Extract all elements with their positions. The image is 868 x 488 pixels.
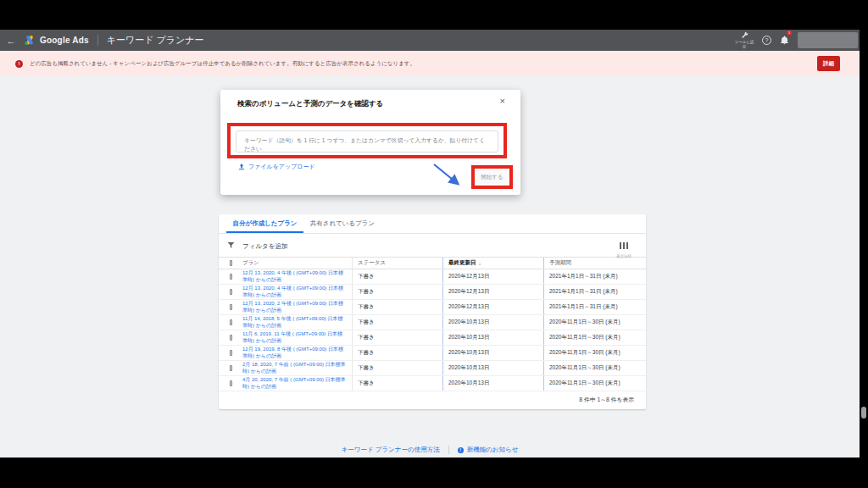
header-status[interactable]: ステータス [352, 258, 442, 269]
add-filter-label[interactable]: フィルタを追加 [242, 242, 287, 251]
error-circle-icon: ! [15, 60, 23, 68]
banner-text: どの広告も掲載されていません - キャンペーンおよび広告グループは停止中であるか… [30, 60, 415, 68]
tab-shared-plans[interactable]: 共有されているプラン [303, 214, 381, 233]
letterbox-frame: ← Google Ads キーワード プランナー ツールと設定 ? [0, 0, 868, 488]
news-link-label: 新機能のお知らせ [467, 446, 519, 454]
plan-link[interactable]: 12月 19, 2019, 8 午後 ( (GMT+09:00) 日本標準時) … [237, 346, 352, 360]
scrollbar-thumb[interactable] [861, 407, 866, 419]
row-checkbox[interactable] [219, 285, 237, 299]
details-button[interactable]: 詳細 [817, 56, 840, 71]
keywords-placeholder: キーワード（語句）を 1 行に 1 つずつ、またはカンマで区切って入力するか、貼… [236, 131, 498, 158]
topbar-divider [97, 35, 98, 46]
plan-updated: 2020年10月13日 [442, 330, 543, 345]
plan-link[interactable]: 4月 20, 2020, 7 午前 ( (GMT+09:00) 日本標準時) か… [237, 376, 352, 391]
plan-status: 下書き [352, 285, 442, 299]
plan-updated: 2020年10月13日 [442, 361, 543, 375]
active-tab-underline [226, 231, 303, 234]
start-button[interactable]: 開始する [475, 169, 509, 186]
help-link[interactable]: キーワード プランナーの使用方法 [342, 446, 440, 454]
sort-desc-icon: ↓ [479, 261, 481, 266]
filter-icon [227, 241, 235, 249]
columns-button[interactable]: 表示項目 [606, 237, 642, 258]
plan-updated: 2020年10月13日 [442, 315, 543, 330]
row-checkbox[interactable] [219, 300, 237, 314]
plan-period: 2021年1月1日～31日 (来月) [543, 300, 646, 314]
table-body: 12月 13, 2020, 4 午後 ( (GMT+09:00) 日本標準時) … [219, 269, 646, 391]
notification-badge: 1 [787, 30, 792, 36]
table-row: 12月 13, 2020, 2 午後 ( (GMT+09:00) 日本標準時) … [219, 300, 646, 315]
footer-links: キーワード プランナーの使用方法 ! 新機能のお知らせ [0, 444, 860, 456]
plan-link[interactable]: 2月 18, 2020, 7 午前 ( (GMT+09:00) 日本標準時) か… [237, 361, 352, 375]
row-checkbox[interactable] [219, 315, 237, 330]
plan-link[interactable]: 12月 13, 2020, 4 午後 ( (GMT+09:00) 日本標準時) … [237, 269, 352, 284]
app-screen: ← Google Ads キーワード プランナー ツールと設定 ? [0, 30, 860, 458]
row-checkbox[interactable] [219, 361, 237, 375]
plan-status: 下書き [352, 300, 442, 314]
plan-updated: 2020年12月13日 [442, 269, 543, 284]
table-row: 12月 19, 2019, 8 午後 ( (GMT+09:00) 日本標準時) … [219, 346, 646, 361]
header-checkbox[interactable] [219, 258, 237, 269]
plans-tabs: 自分が作成したプラン 共有されているプラン [219, 214, 646, 234]
account-info-redacted[interactable] [798, 32, 858, 48]
plan-period: 2021年1月1日～31日 (来月) [543, 285, 646, 299]
table-row: 12月 13, 2020, 4 午後 ( (GMT+09:00) 日本標準時) … [219, 269, 646, 285]
header-period[interactable]: 予測期間 [543, 258, 646, 269]
plan-link[interactable]: 12月 13, 2020, 2 午後 ( (GMT+09:00) 日本標準時) … [237, 300, 352, 314]
modal-title: 検索のボリュームと予測のデータを確認する [237, 99, 383, 109]
plan-status: 下書き [352, 361, 442, 375]
google-ads-logo-icon [24, 35, 36, 46]
annotation-box-keywords-input: キーワード（語句）を 1 行に 1 つずつ、またはカンマで区切って入力するか、貼… [227, 123, 507, 158]
row-checkbox[interactable] [219, 376, 237, 391]
plan-link[interactable]: 12月 13, 2020, 4 午後 ( (GMT+09:00) 日本標準時) … [237, 285, 352, 299]
plans-card: 自分が作成したプラン 共有されているプラン フィルタを追加 表示項目 プラン ス… [219, 214, 646, 409]
row-checkbox[interactable] [219, 346, 237, 360]
news-link[interactable]: ! 新機能のお知らせ [458, 446, 519, 454]
plan-link[interactable]: 11月 14, 2018, 5 午後 ( (GMT+09:00) 日本標準時) … [237, 315, 352, 330]
plan-period: 2020年11月1日～30日 (来月) [543, 330, 646, 345]
header-plan[interactable]: プラン [237, 258, 352, 269]
plan-period: 2020年11月1日～30日 (来月) [543, 346, 646, 360]
plan-period: 2020年11月1日～30日 (来月) [543, 376, 646, 391]
notifications-button[interactable]: 1 [780, 33, 789, 48]
row-checkbox[interactable] [219, 269, 237, 284]
upload-file-label: ファイルをアップロード [248, 163, 315, 171]
new-features-icon: ! [458, 447, 464, 453]
table-header: プラン ステータス 最終更新日 ↓ 予測期間 [219, 257, 646, 269]
plan-status: 下書き [352, 376, 442, 391]
upload-file-link[interactable]: ファイルをアップロード [238, 163, 315, 171]
table-row: 11月 14, 2018, 5 午後 ( (GMT+09:00) 日本標準時) … [219, 315, 646, 330]
plan-link[interactable]: 11月 6, 2019, 11 午後 ( (GMT+09:00) 日本標準時) … [237, 330, 352, 345]
annotation-box-start-button: 開始する [471, 165, 513, 189]
tools-settings-button[interactable]: ツールと設定 [732, 31, 757, 48]
plan-updated: 2020年12月13日 [442, 300, 543, 314]
plan-status: 下書き [352, 330, 442, 345]
table-row: 4月 20, 2020, 7 午前 ( (GMT+09:00) 日本標準時) か… [219, 376, 646, 391]
help-icon[interactable]: ? [762, 36, 771, 45]
columns-icon [620, 242, 628, 249]
table-row: 2月 18, 2020, 7 午前 ( (GMT+09:00) 日本標準時) か… [219, 361, 646, 376]
plan-status: 下書き [352, 269, 442, 284]
row-checkbox[interactable] [219, 330, 237, 345]
top-app-bar: ← Google Ads キーワード プランナー ツールと設定 ? [0, 30, 860, 51]
filter-row: フィルタを追加 表示項目 [219, 234, 646, 257]
keywords-input[interactable]: キーワード（語句）を 1 行に 1 つずつ、またはカンマで区切って入力するか、貼… [236, 130, 498, 152]
policy-warning-banner: ! どの広告も掲載されていません - キャンペーンおよび広告グループは停止中であ… [0, 51, 860, 76]
page-title: キーワード プランナー [107, 34, 204, 47]
brand-name: Google Ads [40, 36, 89, 45]
tools-settings-label: ツールと設定 [734, 40, 754, 48]
back-arrow-icon[interactable]: ← [0, 36, 22, 46]
plan-period: 2020年11月1日～30日 (来月) [543, 315, 646, 330]
upload-icon [238, 164, 245, 170]
plan-status: 下書き [352, 346, 442, 360]
table-row: 11月 6, 2019, 11 午後 ( (GMT+09:00) 日本標準時) … [219, 330, 646, 346]
keywords-modal: 検索のボリュームと予測のデータを確認する × キーワード（語句）を 1 行に 1… [220, 90, 520, 195]
header-updated-sorted[interactable]: 最終更新日 ↓ [442, 258, 543, 269]
wrench-icon [741, 31, 748, 39]
plan-updated: 2020年10月13日 [442, 346, 543, 360]
header-updated-label: 最終更新日 [448, 259, 476, 267]
footer-links-divider [448, 446, 449, 454]
columns-label: 表示項目 [606, 254, 642, 258]
plan-updated: 2020年12月13日 [442, 285, 543, 299]
table-row: 12月 13, 2020, 4 午後 ( (GMT+09:00) 日本標準時) … [219, 285, 646, 300]
close-icon[interactable]: × [500, 96, 505, 106]
